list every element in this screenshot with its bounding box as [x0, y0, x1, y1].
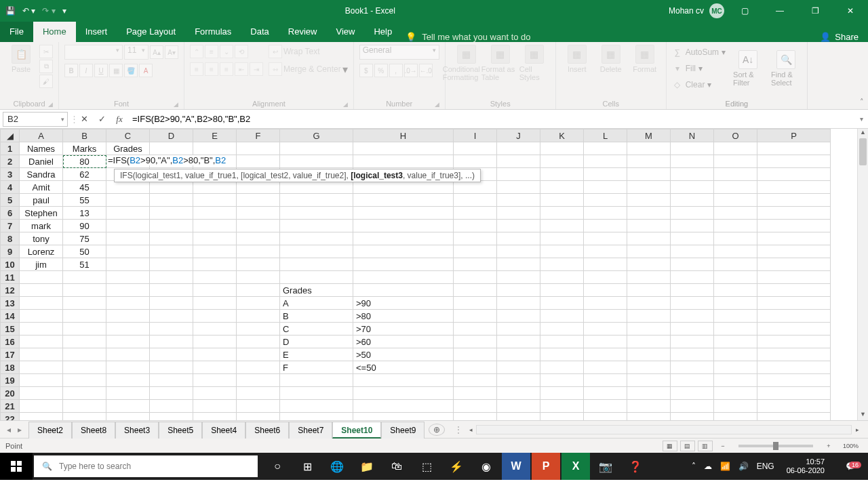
- cell[interactable]: [237, 348, 280, 361]
- cell[interactable]: [150, 374, 193, 387]
- cell[interactable]: [237, 374, 280, 387]
- cell[interactable]: [497, 220, 540, 232]
- number-format-dropdown[interactable]: General: [359, 45, 439, 60]
- cell[interactable]: [627, 181, 671, 194]
- cell[interactable]: [454, 348, 497, 361]
- cell[interactable]: [671, 413, 714, 421]
- cell[interactable]: 51: [63, 258, 106, 271]
- cell[interactable]: [714, 387, 757, 400]
- cell[interactable]: [106, 181, 150, 194]
- cell[interactable]: [63, 387, 106, 400]
- align-bottom-icon[interactable]: ⌄: [220, 45, 233, 58]
- cell[interactable]: [714, 220, 757, 232]
- cell[interactable]: [237, 336, 280, 348]
- cell[interactable]: [714, 336, 757, 348]
- cell[interactable]: [497, 400, 540, 413]
- cell[interactable]: [757, 271, 831, 284]
- cell[interactable]: [714, 323, 757, 336]
- cell[interactable]: [106, 387, 150, 400]
- row-header[interactable]: 15: [1, 323, 20, 336]
- cell[interactable]: [714, 284, 757, 297]
- format-painter-icon[interactable]: 🖌: [39, 75, 53, 88]
- cell[interactable]: [584, 323, 627, 336]
- scroll-down-icon[interactable]: ▼: [858, 411, 868, 420]
- cell[interactable]: [237, 142, 280, 155]
- cell[interactable]: [671, 361, 714, 374]
- cell[interactable]: [454, 271, 497, 284]
- cell[interactable]: [584, 271, 627, 284]
- cell[interactable]: [584, 232, 627, 245]
- cell[interactable]: [714, 297, 757, 310]
- cell[interactable]: [150, 336, 193, 348]
- cell[interactable]: [150, 194, 193, 207]
- cell[interactable]: [280, 258, 353, 271]
- cell[interactable]: [584, 155, 627, 168]
- cell[interactable]: [671, 348, 714, 361]
- cell[interactable]: [106, 310, 150, 323]
- cell[interactable]: [193, 194, 237, 207]
- tab-review[interactable]: Review: [279, 22, 327, 42]
- cell[interactable]: [757, 323, 831, 336]
- decrease-decimal-icon[interactable]: ←.0: [419, 64, 433, 77]
- cell[interactable]: [353, 413, 454, 421]
- cell[interactable]: [237, 413, 280, 421]
- help-icon[interactable]: ❓: [621, 453, 650, 480]
- cell[interactable]: <=50: [353, 361, 454, 374]
- cell[interactable]: [353, 400, 454, 413]
- cell[interactable]: [193, 284, 237, 297]
- cell[interactable]: [193, 220, 237, 232]
- cell[interactable]: 45: [63, 181, 106, 194]
- cell[interactable]: [106, 245, 150, 258]
- action-center-icon[interactable]: 💬16: [837, 462, 864, 471]
- row-header[interactable]: 11: [1, 271, 20, 284]
- cell[interactable]: [353, 194, 454, 207]
- cell[interactable]: [150, 245, 193, 258]
- cell[interactable]: [714, 258, 757, 271]
- cell[interactable]: [584, 387, 627, 400]
- cell[interactable]: [671, 400, 714, 413]
- cell[interactable]: [540, 168, 584, 181]
- col-O[interactable]: O: [714, 129, 757, 142]
- format-as-table-button[interactable]: ▦Format as Table: [485, 45, 516, 81]
- clipboard-launcher-icon[interactable]: ◢: [48, 101, 53, 108]
- alignment-launcher-icon[interactable]: ◢: [343, 101, 348, 108]
- cell[interactable]: [454, 400, 497, 413]
- cell[interactable]: [106, 374, 150, 387]
- cell[interactable]: [280, 400, 353, 413]
- zoom-slider[interactable]: [738, 445, 813, 447]
- cell[interactable]: [20, 374, 63, 387]
- cell[interactable]: [671, 232, 714, 245]
- cell[interactable]: [671, 297, 714, 310]
- cell[interactable]: [714, 400, 757, 413]
- cell[interactable]: [454, 220, 497, 232]
- cell[interactable]: [454, 258, 497, 271]
- cell[interactable]: [714, 232, 757, 245]
- cell[interactable]: [497, 168, 540, 181]
- sheet-tab[interactable]: Sheet9: [381, 422, 425, 439]
- sheet-tab[interactable]: Sheet8: [72, 422, 115, 439]
- cell[interactable]: mark: [20, 220, 63, 232]
- cell[interactable]: [280, 207, 353, 220]
- cell[interactable]: [757, 284, 831, 297]
- cell[interactable]: [454, 374, 497, 387]
- col-E[interactable]: E: [193, 129, 237, 142]
- cell[interactable]: >70: [353, 323, 454, 336]
- cell[interactable]: A: [280, 297, 353, 310]
- cell[interactable]: [540, 258, 584, 271]
- sheet-tab[interactable]: Sheet6: [245, 422, 289, 439]
- cell[interactable]: [714, 245, 757, 258]
- cell[interactable]: [193, 348, 237, 361]
- file-explorer-icon[interactable]: 📁: [353, 453, 381, 480]
- cell[interactable]: [671, 168, 714, 181]
- cell[interactable]: [193, 245, 237, 258]
- cell[interactable]: [237, 194, 280, 207]
- cell[interactable]: [20, 271, 63, 284]
- cell[interactable]: [193, 207, 237, 220]
- row-header[interactable]: 21: [1, 400, 20, 413]
- cell[interactable]: [237, 310, 280, 323]
- start-button[interactable]: [0, 453, 33, 480]
- name-box[interactable]: B2: [3, 112, 68, 127]
- cell[interactable]: [497, 310, 540, 323]
- row-header[interactable]: 6: [1, 207, 20, 220]
- cell[interactable]: [627, 323, 671, 336]
